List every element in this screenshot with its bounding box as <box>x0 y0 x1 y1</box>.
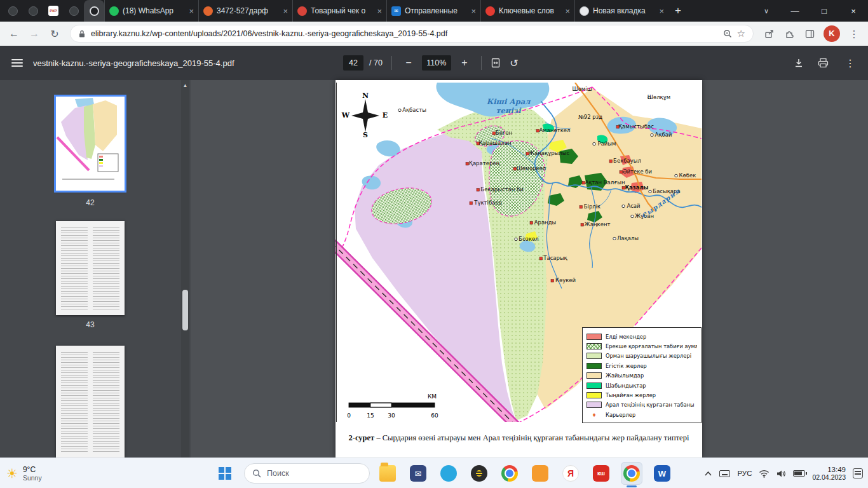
battery-icon[interactable] <box>793 470 805 477</box>
touch-keyboard-icon[interactable] <box>719 470 730 477</box>
tab-close-icon[interactable]: × <box>189 7 194 15</box>
zoom-icon[interactable] <box>723 29 732 38</box>
tab-close-icon[interactable]: × <box>283 7 288 15</box>
new-tab-button[interactable]: + <box>668 1 688 20</box>
pinned-tab-active-pdf[interactable] <box>84 0 104 22</box>
settlement-marker <box>530 222 533 225</box>
volume-icon[interactable] <box>776 470 786 478</box>
share-icon[interactable] <box>760 25 778 43</box>
side-panel-icon[interactable] <box>801 25 818 43</box>
weather-condition: Sunny <box>23 474 42 482</box>
tab-klyuchevye-slova[interactable]: Ключевые слов × <box>480 0 574 22</box>
tab-close-icon[interactable]: × <box>565 7 570 15</box>
tab-otpravlennye[interactable]: ✉ Отправленные × <box>386 0 480 22</box>
back-button[interactable]: ← <box>5 25 23 43</box>
tab-close-icon[interactable]: × <box>471 7 476 15</box>
favicon <box>8 6 18 16</box>
legend-item: Тыңайған жерлер <box>587 390 697 400</box>
thumbnail-page-42[interactable] <box>56 97 125 191</box>
pinned-tab-2[interactable] <box>23 0 43 22</box>
village-marker <box>593 142 595 145</box>
wifi-icon[interactable] <box>759 470 770 478</box>
map-label: Ақбай <box>655 132 672 138</box>
url-bar[interactable]: elibrary.kaznu.kz/wp-content/uploads/202… <box>70 25 754 43</box>
close-button[interactable]: × <box>839 0 868 22</box>
settlement-marker <box>580 206 583 209</box>
pinned-tab-1[interactable] <box>3 0 23 22</box>
pinned-tab-4[interactable] <box>64 0 84 22</box>
file-explorer-icon[interactable] <box>375 458 400 488</box>
map-label: Жаңкент <box>585 221 611 227</box>
map-label: W <box>341 111 350 119</box>
caption-number: 2-сурет <box>349 433 375 442</box>
chrome-icon[interactable] <box>497 458 522 488</box>
bookmark-star-icon[interactable]: ☆ <box>737 28 745 39</box>
maximize-button[interactable]: □ <box>810 0 839 22</box>
print-icon[interactable] <box>818 58 829 68</box>
orange-app-icon[interactable] <box>527 458 553 488</box>
language-indicator[interactable]: РУС <box>737 470 752 477</box>
notification-center-icon[interactable] <box>853 468 863 478</box>
zoom-level[interactable]: 110% <box>422 55 451 71</box>
taskbar-clock[interactable]: 13:49 02.04.2023 <box>812 466 846 481</box>
forward-button[interactable]: → <box>25 25 43 43</box>
legend-label: Орман шаруашылығы жерлері <box>606 353 691 359</box>
zoom-out-button[interactable]: − <box>401 57 416 69</box>
zoom-in-button[interactable]: + <box>457 57 472 69</box>
settlement-marker <box>609 160 613 163</box>
map-label: Қамыстыбас <box>618 123 654 130</box>
legend-item: Шабындықтар <box>587 381 697 390</box>
village-marker <box>631 215 634 217</box>
sidebar-scrollbar[interactable]: ▲ <box>181 80 189 458</box>
mail-app-icon[interactable]: ✉ <box>405 458 431 488</box>
thumbnail-page-43[interactable] <box>56 221 125 315</box>
tab-tovarny-chek[interactable]: Товарный чек о × <box>292 0 386 22</box>
tab-whatsapp[interactable]: (18) WhatsApp × <box>104 0 198 22</box>
taskbar-search[interactable]: Поиск <box>244 463 370 484</box>
tray-chevron-icon[interactable] <box>704 470 712 477</box>
download-icon[interactable] <box>794 58 804 68</box>
browser-menu-icon[interactable]: ⋮ <box>845 25 863 43</box>
tab-close-icon[interactable]: × <box>659 7 664 15</box>
profile-avatar[interactable]: K <box>824 25 840 42</box>
url-text: elibrary.kaznu.kz/wp-content/uploads/202… <box>91 29 718 38</box>
yandex-browser-icon[interactable]: Я <box>558 458 583 488</box>
scrollbar-thumb[interactable] <box>182 290 188 330</box>
settlement-marker <box>539 257 543 261</box>
quarry-swatch: ♦ <box>587 412 602 418</box>
tab-new-tab[interactable]: Новая вкладка × <box>574 0 668 22</box>
messenger-app-icon[interactable] <box>436 458 461 488</box>
mail-favicon: ✉ <box>391 6 401 16</box>
tab-search-caret-icon[interactable]: ∨ <box>752 7 780 15</box>
weather-widget[interactable]: ☀ 9°C Sunny <box>6 458 42 488</box>
fit-page-icon[interactable] <box>491 58 501 68</box>
village-marker <box>675 174 677 177</box>
map-label: Бірлік <box>584 203 601 210</box>
sun-icon: ☀ <box>6 466 18 481</box>
settlement-marker <box>581 224 584 227</box>
word-icon[interactable]: W <box>649 458 675 488</box>
pdf-menu-icon[interactable] <box>11 59 23 67</box>
map-label: Бекбауыл <box>613 158 641 164</box>
chrome-active-icon[interactable] <box>619 458 644 488</box>
reload-button[interactable]: ↻ <box>46 25 64 43</box>
scroll-up-icon[interactable]: ▲ <box>181 81 189 90</box>
thumbnail-page-44[interactable] <box>56 346 125 458</box>
pinned-tab-3[interactable]: РКР <box>43 0 64 22</box>
bee-app-icon[interactable] <box>466 458 492 488</box>
legend-item: Жайылымдар <box>587 371 697 381</box>
page-number-input[interactable]: 42 <box>343 55 363 71</box>
tab-close-icon[interactable]: × <box>377 7 382 15</box>
map-label: Түктібаев <box>473 200 501 206</box>
map-label: Асай <box>627 203 640 209</box>
minimize-button[interactable]: — <box>780 0 810 22</box>
tab-3472[interactable]: 3472-527дарф × <box>198 0 292 22</box>
extensions-icon[interactable] <box>780 25 798 43</box>
pdf-more-menu-icon[interactable]: ⋮ <box>843 57 858 69</box>
legend-label: Карьерлер <box>606 412 635 418</box>
ksh-app-icon[interactable]: кш <box>588 458 614 488</box>
rotate-icon[interactable]: ↺ <box>506 57 522 69</box>
map-label: Қарашалан <box>478 140 511 146</box>
start-button[interactable] <box>214 458 239 488</box>
map-label: Көбек <box>679 172 696 179</box>
